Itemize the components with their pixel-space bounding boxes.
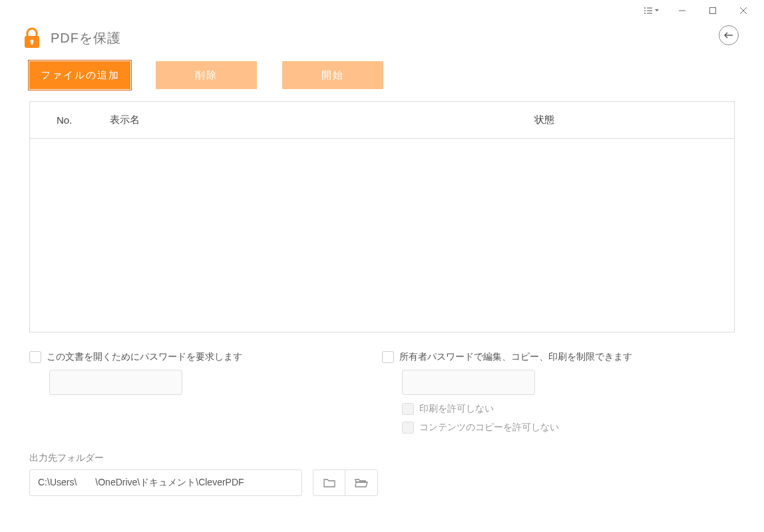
svg-rect-7 xyxy=(710,8,716,14)
add-file-button[interactable]: ファイルの追加 xyxy=(29,61,130,89)
owner-password-section: 所有者パスワードで編集、コピー、印刷を制限できます 印刷を許可しない コンテンツ… xyxy=(382,351,735,440)
svg-rect-12 xyxy=(31,41,33,45)
start-button[interactable]: 開始 xyxy=(282,61,383,89)
column-no: No. xyxy=(30,114,110,126)
action-toolbar: ファイルの追加 削除 開始 xyxy=(0,57,764,101)
maximize-button[interactable] xyxy=(697,0,728,21)
column-status: 状態 xyxy=(534,114,734,126)
file-table: No. 表示名 状態 xyxy=(29,101,735,332)
open-password-checkbox[interactable] xyxy=(29,351,41,363)
open-password-section: この文書を開くためにパスワードを要求します xyxy=(29,351,382,440)
menu-dropdown[interactable] xyxy=(636,0,667,21)
no-print-checkbox[interactable] xyxy=(402,403,414,415)
close-icon xyxy=(739,7,747,15)
table-body[interactable] xyxy=(30,139,734,332)
output-folder-label: 出力先フォルダー xyxy=(29,452,735,464)
no-print-label: 印刷を許可しない xyxy=(419,403,494,415)
options-panel: この文書を開くためにパスワードを要求します 所有者パスワードで編集、コピー、印刷… xyxy=(0,332,764,440)
lock-icon xyxy=(23,27,41,49)
browse-folder-button[interactable] xyxy=(313,470,345,495)
open-password-label: この文書を開くためにパスワードを要求します xyxy=(47,351,242,363)
column-name: 表示名 xyxy=(110,114,534,126)
delete-button[interactable]: 削除 xyxy=(156,61,257,89)
svg-point-2 xyxy=(644,10,646,11)
back-button[interactable] xyxy=(719,25,739,45)
output-section: 出力先フォルダー C:\Users\ \OneDrive\ドキュメント\Clev… xyxy=(0,440,764,496)
table-header: No. 表示名 状態 xyxy=(30,102,734,139)
open-password-input[interactable] xyxy=(49,370,182,395)
list-icon xyxy=(644,7,653,15)
svg-point-4 xyxy=(644,13,646,14)
maximize-icon xyxy=(709,7,717,15)
page-header: PDFを保護 xyxy=(0,21,764,57)
svg-point-0 xyxy=(644,7,646,9)
folder-button-group xyxy=(313,469,378,496)
open-folder-button[interactable] xyxy=(345,470,377,495)
folder-open-icon xyxy=(355,478,368,487)
owner-password-label: 所有者パスワードで編集、コピー、印刷を制限できます xyxy=(399,351,632,363)
minimize-icon xyxy=(678,7,686,15)
owner-password-input[interactable] xyxy=(402,370,535,395)
owner-password-checkbox[interactable] xyxy=(382,351,394,363)
window-titlebar xyxy=(0,0,764,21)
chevron-down-icon xyxy=(654,9,660,13)
folder-icon xyxy=(323,478,335,487)
minimize-button[interactable] xyxy=(667,0,697,21)
page-title: PDFを保護 xyxy=(51,29,121,47)
arrow-left-icon xyxy=(723,31,734,39)
no-copy-checkbox[interactable] xyxy=(402,422,414,434)
output-path-field[interactable]: C:\Users\ \OneDrive\ドキュメント\CleverPDF xyxy=(29,469,302,496)
no-copy-label: コンテンツのコピーを許可しない xyxy=(419,422,559,434)
close-button[interactable] xyxy=(728,0,759,21)
